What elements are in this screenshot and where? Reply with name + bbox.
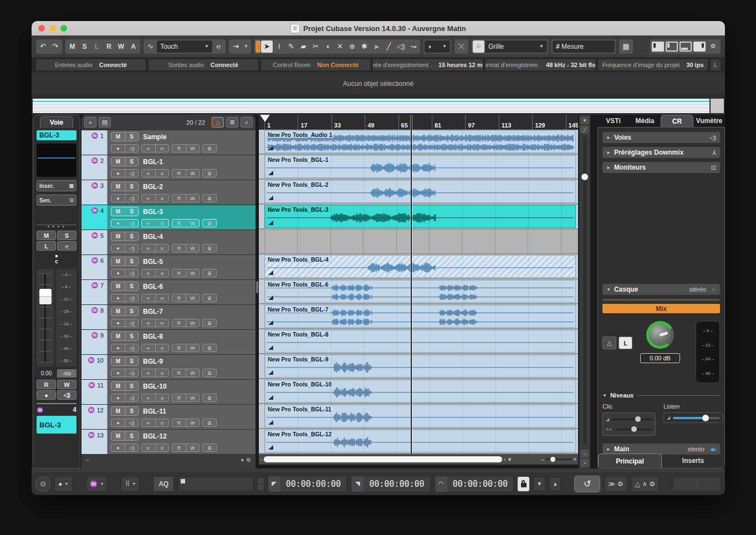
arrange-lane-7[interactable]: New Pro Tools_BGL-6 <box>259 279 578 303</box>
edit-channel-button[interactable]: ℮ <box>142 170 155 177</box>
monitor-button[interactable]: ◁) <box>125 269 138 277</box>
grid-type-select[interactable]: # Mesure <box>553 40 615 53</box>
event-volume-handle[interactable] <box>268 320 273 325</box>
mute-button[interactable]: M <box>111 182 125 191</box>
color-menu-select[interactable]: ◗ ▼ <box>425 40 450 53</box>
track-row-bgl-11[interactable]: ♒12MSBGL-11●◁)℮oRW≣ <box>81 405 256 430</box>
channel-strip-button[interactable]: ≣ <box>203 269 216 277</box>
volume-fader[interactable] <box>37 269 54 366</box>
monitor-button[interactable]: ◁) <box>125 195 138 202</box>
punch-icon[interactable]: ◠ <box>435 476 447 492</box>
automation-mode-select[interactable]: Touch ▼ <box>157 40 212 53</box>
track-row-bgl-3[interactable]: ♒4MSBGL-3●◁)℮oRW≣ <box>81 205 256 230</box>
channel-strip-button[interactable]: ≣ <box>203 344 216 351</box>
track-row-bgl-6[interactable]: ♒7MSBGL-6●◁)℮∞RW≣ <box>81 280 256 305</box>
track-row-bgl-2[interactable]: ♒3MSBGL-2●◁)℮oRW≣ <box>81 180 256 205</box>
track-row-bgl-9[interactable]: ♒10MSBGL-9●◁)℮oRW≣ <box>81 355 256 380</box>
track-row-bgl-7[interactable]: ♒8MSBGL-7●◁)℮∞RW≣ <box>81 305 256 330</box>
track-row-sample[interactable]: ♒1MSSample●◁)℮∞RW≣ <box>81 130 256 155</box>
listen-level-thumb[interactable] <box>702 415 709 421</box>
minimize-window-button[interactable] <box>49 25 56 32</box>
channel-strip-button[interactable]: ≣ <box>203 319 216 327</box>
record-enable-button[interactable]: ● <box>111 319 125 327</box>
write-automation-button[interactable]: W <box>186 195 199 202</box>
zoom-tool[interactable]: ⊕ <box>346 40 358 53</box>
bottom-tab-inserts[interactable]: Inserts <box>662 454 724 468</box>
edit-channel-button[interactable]: ℮ <box>142 220 155 227</box>
status-item[interactable]: Sorties audioConnecté <box>149 59 258 70</box>
track-row-bgl-12[interactable]: ♒13MSBGL-12●◁)℮oRW≣ <box>81 430 256 455</box>
range-selection-tool[interactable]: I <box>273 40 285 53</box>
edit-channel-button[interactable]: ℮ <box>142 195 155 202</box>
right-zone-tab-mdia[interactable]: Média <box>629 115 661 127</box>
snap-on-off-button[interactable]: ⁘ <box>473 40 484 53</box>
write-automation-button[interactable]: W <box>186 344 199 351</box>
inspector-tab-voie[interactable]: Voie <box>40 116 73 128</box>
horizontal-scroll-thumb[interactable] <box>264 456 502 462</box>
record-enable-button[interactable]: ● <box>111 294 125 302</box>
right-locator-time-display[interactable]: 00:00:00:00 <box>364 479 430 489</box>
arrange-lane-1[interactable]: New Pro Tools_Audio 1 <box>259 130 578 154</box>
volume-value[interactable]: 0.00 <box>37 369 56 378</box>
audio-event-new-pro-tools-bgl-12[interactable]: New Pro Tools_BGL-12 <box>264 430 576 452</box>
monitor-button[interactable]: ◁) <box>125 244 138 252</box>
edit-channel-button[interactable]: ℮ <box>142 344 155 351</box>
read-automation-button[interactable]: R <box>172 319 186 327</box>
arrange-lane-2[interactable]: New Pro Tools_BGL-1 <box>259 155 578 179</box>
zoom-out-icon[interactable]: – <box>542 456 545 462</box>
solo-button[interactable]: S <box>125 357 138 365</box>
audio-event-new-pro-tools-bgl-9[interactable]: New Pro Tools_BGL-9 <box>264 355 576 378</box>
record-enable-button[interactable]: ● <box>111 444 125 451</box>
clic-level-slider[interactable] <box>612 419 652 420</box>
zoom-out-tracks-button[interactable]: – <box>86 457 89 463</box>
edit-channel-button[interactable]: ℮ <box>142 394 155 401</box>
event-volume-handle[interactable] <box>268 445 273 450</box>
onscreen-keyboard-icon[interactable]: ▦ <box>620 40 632 53</box>
audio-event-new-pro-tools-bgl-3[interactable]: New Pro Tools_BGL-3 <box>264 205 576 228</box>
metronome-group[interactable]: △ ∧ ⚙ <box>631 476 660 492</box>
right-locator-group[interactable]: ◥ 00:00:00:00 <box>351 476 431 492</box>
channel-config-button[interactable]: ∞ <box>155 145 168 152</box>
project-cursor-handle[interactable] <box>260 115 270 122</box>
read-automation-button[interactable]: R <box>172 145 186 152</box>
edit-channel-button[interactable]: ℮ <box>142 269 155 277</box>
fader-thumb[interactable] <box>39 289 52 304</box>
punch-in-marker-button[interactable]: ▼ <box>533 477 545 491</box>
inspector-mute-button[interactable]: M <box>37 231 56 240</box>
global-automation-a-button[interactable]: A <box>127 40 139 53</box>
status-item[interactable]: L <box>711 59 721 70</box>
mute-button[interactable]: M <box>111 282 125 291</box>
channel-config-button[interactable]: o <box>155 444 168 451</box>
status-item[interactable]: Control RoomNon Connecté <box>261 59 371 70</box>
inspector-monitor-button[interactable]: ◁) <box>57 390 76 400</box>
zoom-window-button[interactable] <box>60 25 67 32</box>
solo-button[interactable]: S <box>125 207 138 216</box>
monitor-button[interactable]: ◁) <box>125 294 138 302</box>
solo-button[interactable]: S <box>125 332 138 340</box>
arrange-lane-8[interactable]: New Pro Tools_BGL-7 <box>259 304 578 328</box>
inspector-track-name[interactable]: BGL-3 <box>37 130 76 140</box>
audio-event-new-pro-tools-bgl-10[interactable]: New Pro Tools_BGL-10 <box>264 380 576 402</box>
project-overview[interactable] <box>32 94 725 115</box>
mute-button[interactable]: M <box>111 407 125 415</box>
write-automation-button[interactable]: W <box>186 394 199 401</box>
ruler-options-caret[interactable]: ▼ <box>580 116 589 124</box>
record-enable-button[interactable]: ● <box>111 369 125 376</box>
channel-config-button[interactable]: o <box>155 170 168 177</box>
inspector-divider-dots[interactable]: ▪ ▪ ▪ ▪ <box>37 225 76 228</box>
zoom-slider-track[interactable] <box>546 458 571 460</box>
selected-track-name-badge[interactable]: BGL-3 <box>37 416 76 434</box>
vertical-scroll-track[interactable] <box>583 137 586 445</box>
toggle-lower-zone-button[interactable] <box>680 42 692 52</box>
read-automation-button[interactable]: R <box>172 220 186 227</box>
write-automation-button[interactable]: W <box>186 294 199 302</box>
event-volume-handle[interactable] <box>268 271 273 275</box>
write-automation-button[interactable]: W <box>186 244 199 252</box>
inspector-write-button[interactable]: W <box>57 380 76 389</box>
right-zone-tab-vsti[interactable]: VSTi <box>597 115 629 127</box>
inspector-record-enable-button[interactable]: ● <box>37 390 56 400</box>
edit-channel-button[interactable]: ℮ <box>142 145 155 152</box>
pre-post-roll-group[interactable]: ≫ ⚙ <box>604 476 627 492</box>
casque-level-knob[interactable] <box>646 321 674 349</box>
play-tool[interactable]: ⫸ <box>371 40 382 53</box>
